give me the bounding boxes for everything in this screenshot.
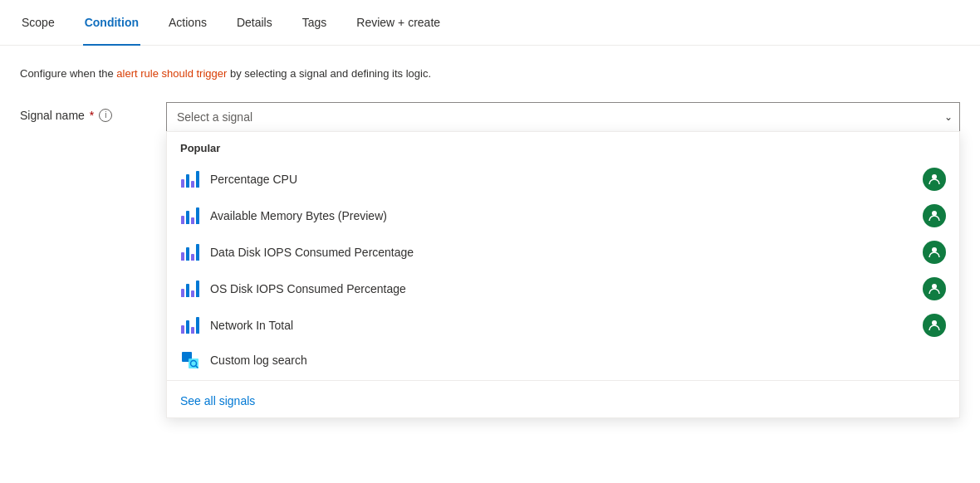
popular-section-header: Popular bbox=[167, 132, 959, 161]
tab-review-create[interactable]: Review + create bbox=[355, 1, 442, 46]
item-label-available-memory: Available Memory Bytes (Preview) bbox=[210, 209, 913, 222]
tab-details[interactable]: Details bbox=[235, 1, 274, 46]
dropdown-panel: Popular Percentage CPU bbox=[166, 131, 960, 418]
dropdown-placeholder: Select a signal bbox=[177, 110, 252, 124]
metric-chart-icon bbox=[180, 315, 200, 335]
metric-chart-icon bbox=[180, 206, 200, 226]
item-badge-2 bbox=[923, 241, 946, 264]
list-item[interactable]: OS Disk IOPS Consumed Percentage bbox=[167, 271, 959, 307]
metric-chart-icon bbox=[180, 242, 200, 262]
svg-point-4 bbox=[932, 320, 937, 325]
signal-name-label: Signal name * i bbox=[20, 102, 153, 122]
dropdown-divider bbox=[167, 380, 959, 381]
svg-point-2 bbox=[932, 247, 937, 252]
item-label-os-disk-iops: OS Disk IOPS Consumed Percentage bbox=[210, 282, 913, 295]
list-item[interactable]: Custom log search bbox=[167, 344, 959, 377]
signal-dropdown[interactable]: Select a signal ⌄ bbox=[166, 102, 960, 132]
log-search-icon bbox=[180, 350, 200, 370]
list-item[interactable]: Network In Total bbox=[167, 307, 959, 344]
highlight-text: alert rule should trigger bbox=[116, 67, 227, 80]
item-badge-4 bbox=[923, 314, 946, 337]
chevron-down-icon: ⌄ bbox=[944, 111, 953, 123]
label-text: Signal name bbox=[20, 109, 85, 122]
signal-dropdown-container: Select a signal ⌄ Popular Percen bbox=[166, 102, 960, 132]
item-label-custom-log-search: Custom log search bbox=[210, 354, 946, 367]
info-icon[interactable]: i bbox=[99, 109, 112, 122]
list-item[interactable]: Percentage CPU bbox=[167, 161, 959, 198]
item-badge-1 bbox=[923, 204, 946, 227]
svg-point-3 bbox=[932, 284, 937, 289]
tab-scope[interactable]: Scope bbox=[20, 1, 56, 46]
metric-chart-icon bbox=[180, 169, 200, 189]
description-text: Configure when the alert rule should tri… bbox=[20, 66, 960, 82]
list-item[interactable]: Data Disk IOPS Consumed Percentage bbox=[167, 234, 959, 271]
item-label-network-in-total: Network In Total bbox=[210, 319, 913, 332]
nav-tabs: Scope Condition Actions Details Tags Rev… bbox=[0, 0, 980, 46]
item-badge-3 bbox=[923, 277, 946, 300]
tab-tags[interactable]: Tags bbox=[301, 1, 329, 46]
svg-point-0 bbox=[932, 174, 937, 179]
main-content: Configure when the alert rule should tri… bbox=[0, 46, 980, 132]
tab-actions[interactable]: Actions bbox=[167, 1, 208, 46]
item-label-percentage-cpu: Percentage CPU bbox=[210, 173, 913, 186]
required-indicator: * bbox=[90, 109, 94, 122]
item-label-data-disk-iops: Data Disk IOPS Consumed Percentage bbox=[210, 246, 913, 259]
tab-condition[interactable]: Condition bbox=[83, 1, 140, 46]
signal-name-field-row: Signal name * i Select a signal ⌄ Popula… bbox=[20, 102, 960, 132]
item-badge-0 bbox=[923, 168, 946, 191]
svg-point-1 bbox=[932, 211, 937, 216]
metric-chart-icon bbox=[180, 279, 200, 299]
see-all-signals-link[interactable]: See all signals bbox=[167, 384, 959, 417]
list-item[interactable]: Available Memory Bytes (Preview) bbox=[167, 198, 959, 234]
